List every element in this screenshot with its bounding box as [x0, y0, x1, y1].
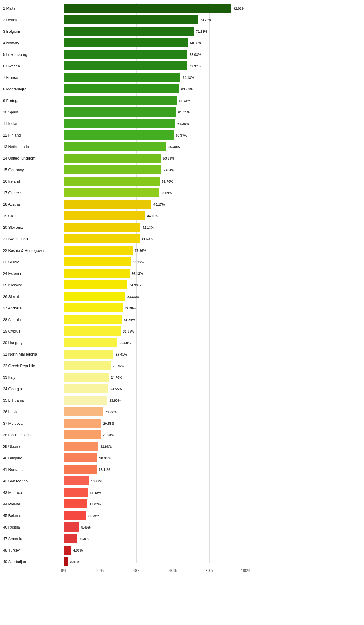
- bar-row: 5 Luxembourg68.03%: [3, 49, 246, 60]
- bar-value-label: 71.51%: [195, 30, 207, 33]
- bar: [64, 4, 231, 13]
- bar: [64, 396, 107, 405]
- bar: [64, 361, 111, 370]
- x-tick-0: 0%: [61, 569, 66, 573]
- bar-row: 3 Belgium71.51%: [3, 26, 246, 37]
- bar: [64, 165, 161, 174]
- bar: [64, 557, 68, 566]
- bar: [64, 499, 87, 508]
- bar-value-label: 64.18%: [182, 76, 194, 79]
- bar-row: 7 France64.18%: [3, 72, 246, 83]
- bar: [64, 373, 109, 382]
- bar-area: 2.41%: [64, 556, 246, 567]
- bar: [64, 442, 98, 451]
- bar: [64, 315, 122, 324]
- bar-value-label: 2.41%: [69, 560, 79, 564]
- bar-value-label: 41.63%: [141, 237, 153, 241]
- bar-area: 64.18%: [64, 72, 246, 83]
- bar-value-label: 67.97%: [189, 64, 201, 68]
- bar-value-label: 24.76%: [110, 376, 122, 379]
- bar: [64, 234, 140, 243]
- bar: [64, 292, 125, 301]
- bar-value-label: 12.06%: [87, 514, 99, 518]
- bar-value-label: 61.38%: [177, 122, 189, 126]
- x-tick-20: 20%: [96, 569, 104, 573]
- country-label: 11 Iceland: [3, 122, 64, 126]
- bar-row: 45 Belarus12.06%: [3, 510, 246, 521]
- country-label: 8 Montenegro: [3, 87, 64, 91]
- bar-row: 27 Andorra32.28%: [3, 303, 246, 314]
- bar: [64, 15, 198, 24]
- bar-area: 32.28%: [64, 303, 246, 314]
- country-label: 32 Czech Republic: [3, 364, 64, 368]
- bar-row: 33 Italy24.76%: [3, 372, 246, 383]
- bar: [64, 511, 86, 520]
- bar-row: 1 Malta92.02%: [3, 3, 246, 14]
- country-label: 23 Serbia: [3, 260, 64, 264]
- bar-row: 21 Switzerland41.63%: [3, 234, 246, 245]
- country-label: 28 Albania: [3, 318, 64, 322]
- x-tick-100: 100%: [241, 569, 251, 573]
- bar-row: 40 Bulgaria18.36%: [3, 453, 246, 464]
- bar-area: 31.84%: [64, 314, 246, 325]
- bar: [64, 326, 121, 336]
- country-label: 12 Finland: [3, 133, 64, 137]
- bar-value-label: 73.78%: [199, 18, 211, 22]
- bar: [64, 188, 159, 197]
- bar-area: 20.28%: [64, 430, 246, 441]
- bar-value-label: 18.36%: [98, 456, 110, 460]
- country-label: 27 Andorra: [3, 306, 64, 310]
- bar-row: 42 San Marino13.77%: [3, 476, 246, 487]
- bar-area: 37.86%: [64, 245, 246, 256]
- bar-value-label: 31.35%: [122, 329, 134, 333]
- bar-row: 4 Norway68.30%: [3, 38, 246, 49]
- bar-area: 34.99%: [64, 280, 246, 291]
- bar-row: 12 Finland60.37%: [3, 130, 246, 141]
- country-label: 30 Hungary: [3, 341, 64, 345]
- bar-value-label: 23.90%: [108, 399, 120, 402]
- country-label: 15 Germany: [3, 168, 64, 172]
- country-label: 36 Latvia: [3, 410, 64, 414]
- bar: [64, 465, 97, 474]
- bar-row: 43 Monaco13.18%: [3, 487, 246, 498]
- bar: [64, 269, 130, 278]
- country-label: 2 Denmark: [3, 18, 64, 22]
- bar-area: 24.76%: [64, 372, 246, 383]
- bar: [64, 38, 188, 47]
- bar-row: 26 Slovakia33.83%: [3, 291, 246, 302]
- country-label: 44 Poland: [3, 502, 64, 506]
- bar-row: 46 Russia8.45%: [3, 522, 246, 533]
- bar-area: 36.13%: [64, 268, 246, 279]
- country-label: 1 Malta: [3, 6, 64, 11]
- bar-area: 62.03%: [64, 95, 246, 106]
- bar-row: 11 Iceland61.38%: [3, 118, 246, 129]
- bar-area: 48.17%: [64, 199, 246, 210]
- country-label: 46 Russia: [3, 525, 64, 529]
- bar-value-label: 24.55%: [110, 387, 122, 391]
- bar: [64, 407, 103, 416]
- bar-area: 23.90%: [64, 395, 246, 406]
- bar-area: 67.97%: [64, 61, 246, 72]
- country-label: 9 Portugal: [3, 99, 64, 103]
- country-label: 39 Ukraine: [3, 444, 64, 449]
- country-label: 38 Liechtenstein: [3, 433, 64, 437]
- bar-value-label: 61.74%: [177, 110, 189, 114]
- bar-value-label: 25.76%: [112, 364, 124, 368]
- bar: [64, 488, 88, 497]
- bar-value-label: 53.34%: [162, 168, 174, 172]
- bar-row: 15 Germany53.34%: [3, 164, 246, 175]
- bar-row: 30 Hungary29.58%: [3, 337, 246, 348]
- bar-row: 19 Croatia44.66%: [3, 211, 246, 221]
- bar: [64, 177, 160, 186]
- country-label: 17 Greece: [3, 191, 64, 195]
- bar: [64, 27, 194, 36]
- bar: [64, 419, 101, 428]
- bar-row: 2 Denmark73.78%: [3, 15, 246, 25]
- bar: [64, 61, 187, 70]
- country-label: 49 Azerbaijan: [3, 560, 64, 564]
- bar-value-label: 60.37%: [175, 133, 187, 137]
- bar-row: 29 Cyprus31.35%: [3, 326, 246, 337]
- bar-value-label: 18.96%: [99, 445, 112, 448]
- bar: [64, 200, 151, 209]
- chart-container: 1 Malta92.02%2 Denmark73.78%3 Belgium71.…: [0, 0, 249, 587]
